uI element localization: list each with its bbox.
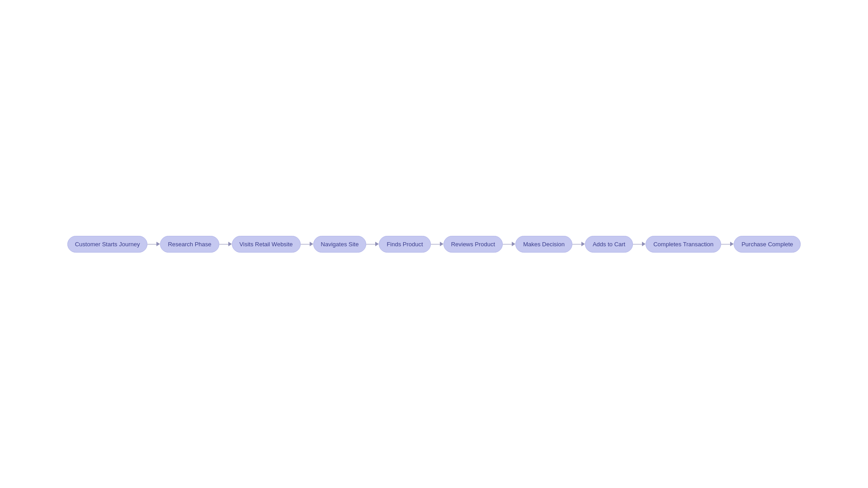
node-3: Visits Retail Website (232, 236, 301, 253)
flow-arrow-7 (572, 242, 585, 246)
node-2: Research Phase (160, 236, 219, 253)
node-7: Makes Decision (515, 236, 572, 253)
flow-arrow-2 (219, 242, 232, 246)
node-10: Purchase Complete (734, 236, 801, 253)
node-6: Reviews Product (443, 236, 503, 253)
flow-arrow-9 (721, 242, 734, 246)
node-8: Adds to Cart (585, 236, 633, 253)
node-9: Completes Transaction (646, 236, 721, 253)
flow-arrow-5 (431, 242, 443, 246)
flow-arrow-1 (147, 242, 160, 246)
flow-arrow-3 (301, 242, 313, 246)
flow-arrow-6 (503, 242, 515, 246)
flow-arrow-4 (366, 242, 379, 246)
node-4: Navigates Site (313, 236, 367, 253)
node-1: Customer Starts Journey (67, 236, 148, 253)
flow-arrow-8 (633, 242, 646, 246)
flowchart: Customer Starts JourneyResearch PhaseVis… (0, 236, 868, 253)
node-5: Finds Product (379, 236, 430, 253)
